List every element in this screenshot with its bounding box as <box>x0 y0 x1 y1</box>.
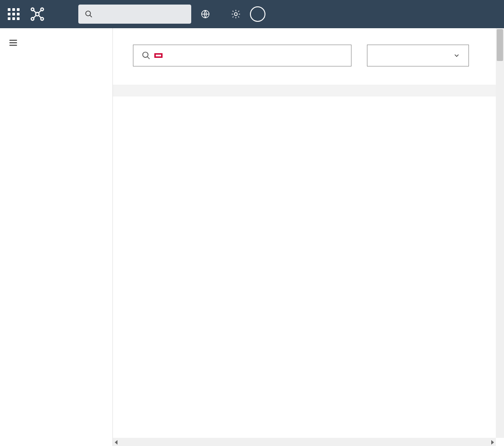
app-header <box>0 0 504 28</box>
environment-picker[interactable] <box>200 9 216 19</box>
svg-point-1 <box>41 8 44 11</box>
app-launcher-button[interactable] <box>5 5 23 23</box>
svg-point-5 <box>86 11 91 16</box>
hamburger-button[interactable] <box>0 32 112 54</box>
sort-dropdown[interactable] <box>367 45 469 66</box>
main-content <box>113 28 504 446</box>
svg-point-4 <box>36 12 39 16</box>
search-icon <box>142 51 151 60</box>
template-search-box[interactable] <box>133 45 351 66</box>
search-icon <box>85 10 93 18</box>
hamburger-icon <box>8 38 18 48</box>
chevron-down-icon <box>453 52 460 59</box>
svg-point-7 <box>234 13 237 15</box>
globe-icon <box>200 9 210 19</box>
svg-point-8 <box>143 52 148 58</box>
vertical-scrollbar[interactable] <box>496 28 504 438</box>
scroll-thumb[interactable] <box>497 29 503 61</box>
svg-point-0 <box>31 8 34 11</box>
brand-logo-icon <box>29 6 46 22</box>
user-avatar[interactable] <box>250 6 265 22</box>
sidebar <box>0 28 113 446</box>
brand <box>29 6 50 22</box>
svg-point-2 <box>31 18 34 20</box>
horizontal-scrollbar[interactable] <box>113 438 496 446</box>
settings-icon[interactable] <box>231 9 241 19</box>
waffle-icon <box>8 8 20 20</box>
header-search-box[interactable] <box>78 5 191 24</box>
search-value <box>154 53 163 58</box>
svg-point-3 <box>41 18 44 20</box>
